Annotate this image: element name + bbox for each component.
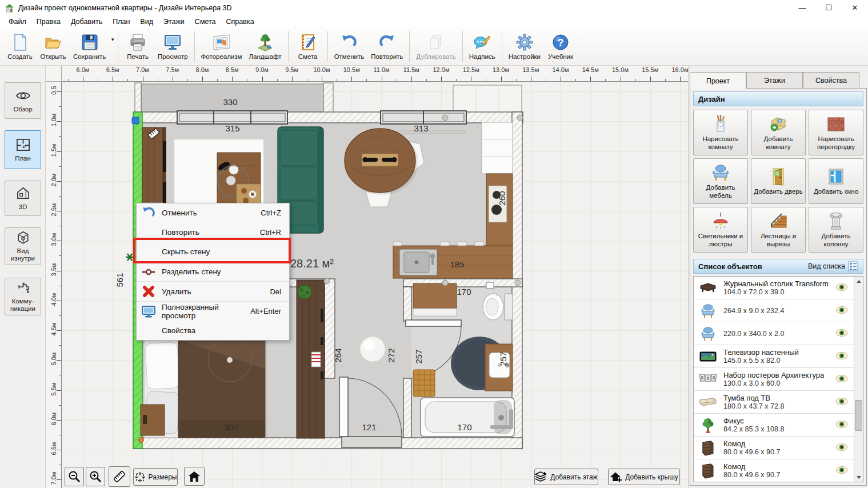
- context-menu-item-delete[interactable]: Удалить Del: [137, 281, 289, 301]
- tab-properties[interactable]: Свойства: [803, 72, 859, 89]
- sidebar-item-label: Комму-никации: [6, 298, 39, 313]
- photorealism-button[interactable]: Фотореализм: [198, 29, 246, 63]
- add-room-button[interactable]: Добавить комнату: [751, 110, 806, 155]
- wardrobe[interactable]: [297, 280, 325, 438]
- inside-view-icon: [15, 230, 31, 245]
- tab-project[interactable]: Проект: [690, 72, 746, 89]
- menu-help[interactable]: Справка: [221, 17, 259, 27]
- preview-button[interactable]: Просмотр: [154, 29, 191, 63]
- visibility-eye-icon[interactable]: [835, 443, 848, 451]
- scrollbar-thumb[interactable]: [855, 400, 862, 431]
- label-button[interactable]: Надпись: [466, 29, 499, 63]
- menu-add[interactable]: Добавить: [66, 17, 107, 27]
- visibility-eye-icon[interactable]: [835, 374, 848, 382]
- visibility-eye-icon[interactable]: [835, 397, 848, 405]
- list-item[interactable]: Тумба под ТВ 180.0 x 43.7 x 72.8: [694, 391, 854, 414]
- add-floor-button[interactable]: Добавить этаж: [534, 469, 598, 485]
- desk[interactable]: [217, 153, 261, 205]
- tab-floors[interactable]: Этажи: [746, 72, 803, 89]
- sidebar-item-communications[interactable]: Комму-никации: [5, 278, 41, 315]
- close-button[interactable]: ✕: [842, 0, 868, 15]
- menu-view[interactable]: Вид: [135, 17, 158, 27]
- add-furniture-button[interactable]: Добавить мебель: [693, 158, 748, 204]
- context-menu-item-fullscreen[interactable]: Полноэкранный просмотр Alt+Enter: [137, 301, 289, 321]
- menu-plan[interactable]: План: [107, 17, 135, 27]
- scroll-down-arrow[interactable]: [854, 473, 863, 482]
- object-name: Журнальный столик Transform: [723, 279, 829, 288]
- lights-button[interactable]: Светильники и люстры: [693, 207, 748, 253]
- sidebar-item-overview[interactable]: Обзор: [5, 82, 41, 119]
- visibility-eye-icon[interactable]: [835, 329, 848, 337]
- sidebar-item-plan[interactable]: План: [5, 130, 41, 169]
- visibility-eye-icon[interactable]: [835, 283, 848, 291]
- context-menu-item-redo[interactable]: Повторить Ctrl+R: [137, 223, 289, 242]
- redo-button[interactable]: Повторить: [367, 29, 406, 63]
- kitchen-sink[interactable]: [399, 249, 437, 275]
- open-button[interactable]: Открыть: [37, 29, 70, 63]
- list-item[interactable]: Телевизор настенный 145.0 x 5.5 x 82.0: [694, 345, 854, 368]
- list-view-icon[interactable]: [848, 261, 858, 271]
- home-button[interactable]: [184, 467, 205, 486]
- new-button[interactable]: Создать: [3, 29, 37, 63]
- toilet[interactable]: [483, 294, 513, 320]
- label-icon: [473, 33, 491, 51]
- context-menu-item-undo[interactable]: Отменить Ctrl+Z: [137, 203, 289, 223]
- zoom-out-button[interactable]: [65, 467, 84, 486]
- measure-button[interactable]: [109, 466, 130, 487]
- list-item[interactable]: 264.9 x 9.0 x 232.4: [694, 299, 854, 322]
- undo-button[interactable]: Отменить: [331, 29, 368, 63]
- sidebar-item-inside-view[interactable]: Вид изнутри: [5, 227, 41, 265]
- bathroom-sink[interactable]: [485, 344, 513, 391]
- nightstand[interactable]: [141, 405, 165, 435]
- minimize-button[interactable]: —: [789, 0, 815, 15]
- context-menu-item-split-wall[interactable]: Разделить стену: [137, 262, 289, 282]
- list-item[interactable]: Фикус 84.2 x 85.3 x 108.8: [694, 414, 854, 437]
- hallway-rug[interactable]: [360, 337, 385, 362]
- visibility-eye-icon[interactable]: [835, 306, 848, 314]
- loggia[interactable]: [453, 85, 522, 113]
- sidebar-item-label: Обзор: [13, 106, 32, 113]
- estimate-button[interactable]: Смета: [291, 29, 325, 63]
- dimensions-button[interactable]: Размеры: [133, 468, 178, 486]
- tv-cabinet[interactable]: [142, 127, 166, 203]
- zoom-in-button[interactable]: [86, 467, 105, 486]
- objects-scrollbar[interactable]: [854, 277, 863, 482]
- visibility-eye-icon[interactable]: [835, 351, 848, 359]
- save-dropdown-arrow[interactable]: ▼: [110, 37, 115, 42]
- context-menu-item-properties[interactable]: Свойства: [137, 321, 289, 340]
- stairs-button[interactable]: Лестницы и вырезы: [751, 207, 806, 253]
- tutorial-button[interactable]: ? Учебник: [544, 29, 577, 63]
- add-column-button[interactable]: Добавить колонну: [809, 207, 863, 253]
- draw-partition-button[interactable]: Нарисовать перегородку: [809, 110, 863, 155]
- application-window: Дизайн проект однокомнатной квартиры - Д…: [0, 0, 868, 488]
- print-button[interactable]: Печать: [121, 29, 154, 63]
- toolbar-separator: [462, 31, 463, 62]
- main-toolbar: Создать Открыть Сохранить: [0, 27, 868, 66]
- add-window-button[interactable]: Добавить окно: [809, 158, 863, 204]
- list-item[interactable]: Комод 80.0 x 49.6 x 90.7: [694, 437, 854, 459]
- list-item[interactable]: Набор постеров Архитектура 130.0 x 3.0 x…: [694, 368, 854, 391]
- scroll-up-arrow[interactable]: [854, 277, 863, 286]
- list-item[interactable]: Комод 80.0 x 49.6 x 90.7: [694, 459, 854, 482]
- visibility-eye-icon[interactable]: [835, 466, 848, 474]
- undo-icon: [340, 33, 358, 51]
- maximize-button[interactable]: ☐: [815, 0, 842, 15]
- add-roof-button[interactable]: Добавить крышу: [608, 469, 680, 485]
- visibility-eye-icon[interactable]: [835, 420, 848, 428]
- context-menu-item-hide-wall[interactable]: Скрыть стену: [137, 242, 289, 262]
- landscape-button[interactable]: Ландшафт: [246, 29, 285, 63]
- laundry-basket[interactable]: [413, 370, 435, 397]
- menu-estimate[interactable]: Смета: [190, 17, 221, 27]
- sidebar-item-3d[interactable]: 3D: [5, 181, 41, 216]
- window-triple[interactable]: [177, 111, 287, 124]
- add-door-button[interactable]: Добавить дверь: [751, 158, 806, 204]
- list-item[interactable]: Журнальный столик Transform 104.0 x 72.0…: [694, 277, 854, 299]
- list-item[interactable]: 220.0 x 340.0 x 2.0: [694, 322, 854, 345]
- save-button[interactable]: Сохранить: [70, 29, 109, 63]
- menu-file[interactable]: Файл: [3, 17, 31, 27]
- draw-room-button[interactable]: Нарисовать комнату: [693, 110, 748, 155]
- menu-floors[interactable]: Этажи: [158, 17, 190, 27]
- settings-button[interactable]: Настройки: [505, 29, 544, 63]
- design-section-header: Дизайн: [693, 91, 863, 106]
- menu-edit[interactable]: Правка: [31, 17, 66, 27]
